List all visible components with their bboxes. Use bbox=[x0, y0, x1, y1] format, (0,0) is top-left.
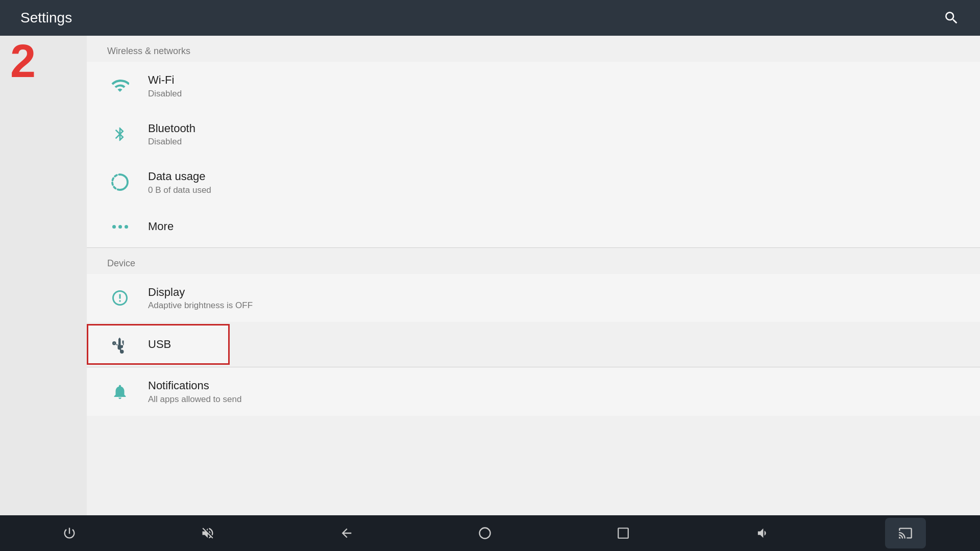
search-button[interactable] bbox=[943, 10, 960, 26]
bottom-nav-bar bbox=[0, 515, 980, 551]
display-icon bbox=[107, 289, 133, 307]
bluetooth-subtitle: Disabled bbox=[148, 137, 195, 147]
usb-title: USB bbox=[148, 337, 171, 352]
more-text: More bbox=[148, 219, 174, 234]
side-number: 2 bbox=[10, 38, 36, 84]
page-title: Settings bbox=[20, 10, 72, 26]
svg-point-0 bbox=[479, 528, 490, 539]
bluetooth-text: Bluetooth Disabled bbox=[148, 121, 195, 147]
settings-item-display[interactable]: Display Adaptive brightness is OFF bbox=[87, 274, 980, 322]
settings-item-bluetooth[interactable]: Bluetooth Disabled bbox=[87, 110, 980, 159]
display-title: Display bbox=[148, 285, 253, 300]
display-text: Display Adaptive brightness is OFF bbox=[148, 285, 253, 311]
settings-item-usb[interactable]: USB bbox=[87, 324, 230, 365]
bluetooth-title: Bluetooth bbox=[148, 121, 195, 136]
notifications-text: Notifications All apps allowed to send bbox=[148, 379, 241, 405]
section-header-wireless: Wireless & networks bbox=[87, 36, 980, 62]
settings-item-data-usage[interactable]: Data usage 0 B of data used bbox=[87, 158, 980, 207]
top-bar: Settings bbox=[0, 0, 980, 36]
usb-icon bbox=[107, 335, 133, 354]
notifications-title: Notifications bbox=[148, 379, 241, 393]
svg-rect-1 bbox=[619, 528, 629, 538]
settings-item-notifications[interactable]: Notifications All apps allowed to send bbox=[87, 367, 980, 416]
display-subtitle: Adaptive brightness is OFF bbox=[148, 300, 253, 311]
wifi-icon bbox=[107, 77, 133, 95]
notifications-icon bbox=[107, 383, 133, 401]
power-button[interactable] bbox=[54, 518, 85, 548]
section-header-device: Device bbox=[87, 248, 980, 274]
wifi-title: Wi-Fi bbox=[148, 73, 182, 88]
wifi-text: Wi-Fi Disabled bbox=[148, 73, 182, 99]
data-usage-icon bbox=[107, 173, 133, 191]
main-content: Wireless & networks Wi-Fi Disabled Bluet… bbox=[87, 36, 980, 515]
bluetooth-icon bbox=[107, 125, 133, 143]
volume-mute-button[interactable] bbox=[192, 518, 223, 548]
data-usage-title: Data usage bbox=[148, 169, 211, 184]
notifications-subtitle: All apps allowed to send bbox=[148, 394, 241, 405]
data-usage-text: Data usage 0 B of data used bbox=[148, 169, 211, 195]
more-icon bbox=[107, 225, 133, 229]
screencast-button[interactable] bbox=[885, 518, 926, 548]
volume-down-button[interactable] bbox=[747, 518, 777, 548]
settings-item-more[interactable]: More bbox=[87, 207, 980, 247]
usb-text: USB bbox=[148, 337, 171, 352]
back-button[interactable] bbox=[331, 518, 362, 548]
wifi-subtitle: Disabled bbox=[148, 89, 182, 99]
data-usage-subtitle: 0 B of data used bbox=[148, 185, 211, 195]
recents-button[interactable] bbox=[608, 518, 639, 548]
settings-item-wifi[interactable]: Wi-Fi Disabled bbox=[87, 62, 980, 110]
more-title: More bbox=[148, 219, 174, 234]
home-button[interactable] bbox=[470, 518, 500, 548]
